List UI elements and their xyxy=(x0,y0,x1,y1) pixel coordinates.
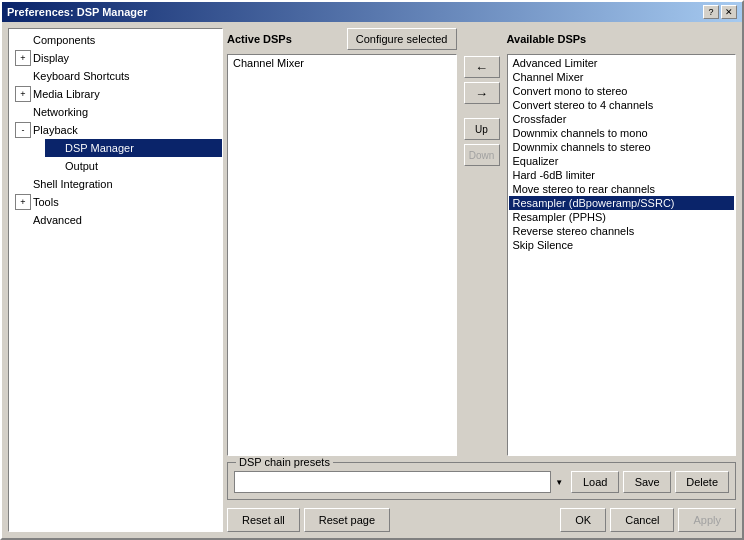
expander-playback[interactable]: - xyxy=(15,122,31,138)
apply-button[interactable]: Apply xyxy=(678,508,736,532)
move-right-button[interactable]: → xyxy=(464,82,500,104)
preset-select-wrapper: ▼ xyxy=(234,471,567,493)
available-dsp-item[interactable]: Reverse stereo channels xyxy=(509,224,735,238)
sidebar-label-shell: Shell Integration xyxy=(33,178,113,190)
available-dsp-panel: Available DSPs Advanced LimiterChannel M… xyxy=(507,28,737,456)
available-dsp-item[interactable]: Move stereo to rear channels xyxy=(509,182,735,196)
sidebar-label-dsp: DSP Manager xyxy=(65,142,134,154)
sidebar-label-advanced: Advanced xyxy=(33,214,82,226)
preset-load-button[interactable]: Load xyxy=(571,471,619,493)
expander-media[interactable]: + xyxy=(15,86,31,102)
expander-keyboard xyxy=(15,68,31,84)
window-title: Preferences: DSP Manager xyxy=(7,6,147,18)
arrow-panel: ← → Up Down xyxy=(457,28,507,456)
available-dsp-item[interactable]: Hard -6dB limiter xyxy=(509,168,735,182)
configure-selected-button[interactable]: Configure selected xyxy=(347,28,457,50)
available-dsp-item[interactable]: Convert mono to stereo xyxy=(509,84,735,98)
available-dsp-item[interactable]: Channel Mixer xyxy=(509,70,735,84)
reset-all-button[interactable]: Reset all xyxy=(227,508,300,532)
available-panel-header: Available DSPs xyxy=(507,28,737,50)
sidebar-item-playback[interactable]: - Playback xyxy=(13,121,222,139)
move-up-button[interactable]: Up xyxy=(464,118,500,140)
sidebar-label-display: Display xyxy=(33,52,69,64)
presets-row: ▼ Load Save Delete xyxy=(234,471,729,493)
sidebar-item-advanced[interactable]: Advanced xyxy=(13,211,222,229)
move-btn-group: Up Down xyxy=(464,118,500,166)
expander-components xyxy=(15,32,31,48)
preset-save-button[interactable]: Save xyxy=(623,471,671,493)
expander-advanced xyxy=(15,212,31,228)
sidebar-label-output: Output xyxy=(65,160,98,172)
presets-section: DSP chain presets ▼ Load Save Delete xyxy=(227,462,736,500)
bottom-right-buttons: OK Cancel Apply xyxy=(560,508,736,532)
sidebar-item-output[interactable]: Output xyxy=(45,157,222,175)
sidebar-item-tools[interactable]: + Tools xyxy=(13,193,222,211)
active-panel-header: Active DSPs Configure selected xyxy=(227,28,457,50)
available-dsp-item[interactable]: Skip Silence xyxy=(509,238,735,252)
expander-networking xyxy=(15,104,31,120)
sidebar-item-display[interactable]: + Display xyxy=(13,49,222,67)
window-content: Components + Display Keyboard Shortcuts … xyxy=(2,22,742,538)
help-button[interactable]: ? xyxy=(703,5,719,19)
move-left-button[interactable]: ← xyxy=(464,56,500,78)
active-dsp-list[interactable]: Channel Mixer xyxy=(227,54,457,456)
expander-dsp xyxy=(47,140,63,156)
available-dsp-item[interactable]: Crossfader xyxy=(509,112,735,126)
title-bar-buttons: ? ✕ xyxy=(703,5,737,19)
sidebar-label-tools: Tools xyxy=(33,196,59,208)
sidebar-label-networking: Networking xyxy=(33,106,88,118)
sidebar-item-media-library[interactable]: + Media Library xyxy=(13,85,222,103)
dsp-panels: Active DSPs Configure selected Channel M… xyxy=(227,28,736,456)
sidebar-label-keyboard: Keyboard Shortcuts xyxy=(33,70,130,82)
sidebar-label-playback: Playback xyxy=(33,124,78,136)
main-area: Active DSPs Configure selected Channel M… xyxy=(227,28,736,532)
preferences-window: Preferences: DSP Manager ? ✕ Components … xyxy=(0,0,744,540)
sidebar-item-components[interactable]: Components xyxy=(13,31,222,49)
cancel-button[interactable]: Cancel xyxy=(610,508,674,532)
active-panel-title: Active DSPs xyxy=(227,33,292,45)
preset-delete-button[interactable]: Delete xyxy=(675,471,729,493)
available-dsp-item[interactable]: Resampler (PPHS) xyxy=(509,210,735,224)
expander-shell xyxy=(15,176,31,192)
sidebar-label-media: Media Library xyxy=(33,88,100,100)
available-dsp-item[interactable]: Resampler (dBpoweramp/SSRC) xyxy=(509,196,735,210)
move-down-button[interactable]: Down xyxy=(464,144,500,166)
expander-tools[interactable]: + xyxy=(15,194,31,210)
available-dsp-item[interactable]: Downmix channels to mono xyxy=(509,126,735,140)
available-panel-title: Available DSPs xyxy=(507,33,587,45)
available-dsp-list[interactable]: Advanced LimiterChannel MixerConvert mon… xyxy=(507,54,737,456)
available-dsp-item[interactable]: Convert stereo to 4 channels xyxy=(509,98,735,112)
active-dsp-panel: Active DSPs Configure selected Channel M… xyxy=(227,28,457,456)
sidebar-item-networking[interactable]: Networking xyxy=(13,103,222,121)
active-dsp-item-channel-mixer[interactable]: Channel Mixer xyxy=(229,56,455,70)
reset-page-button[interactable]: Reset page xyxy=(304,508,390,532)
title-bar: Preferences: DSP Manager ? ✕ xyxy=(2,2,742,22)
available-dsp-item[interactable]: Advanced Limiter xyxy=(509,56,735,70)
close-button[interactable]: ✕ xyxy=(721,5,737,19)
expander-output xyxy=(47,158,63,174)
sidebar-tree: Components + Display Keyboard Shortcuts … xyxy=(8,28,223,532)
sidebar-item-keyboard-shortcuts[interactable]: Keyboard Shortcuts xyxy=(13,67,222,85)
available-dsp-item[interactable]: Downmix channels to stereo xyxy=(509,140,735,154)
available-dsp-item[interactable]: Equalizer xyxy=(509,154,735,168)
ok-button[interactable]: OK xyxy=(560,508,606,532)
presets-legend: DSP chain presets xyxy=(236,456,333,468)
sidebar-item-dsp-manager[interactable]: DSP Manager xyxy=(45,139,222,157)
bottom-bar: Reset all Reset page OK Cancel Apply xyxy=(227,504,736,532)
sidebar-item-shell[interactable]: Shell Integration xyxy=(13,175,222,193)
sidebar-label-components: Components xyxy=(33,34,95,46)
preset-select[interactable] xyxy=(234,471,567,493)
bottom-left-buttons: Reset all Reset page xyxy=(227,508,390,532)
expander-display[interactable]: + xyxy=(15,50,31,66)
